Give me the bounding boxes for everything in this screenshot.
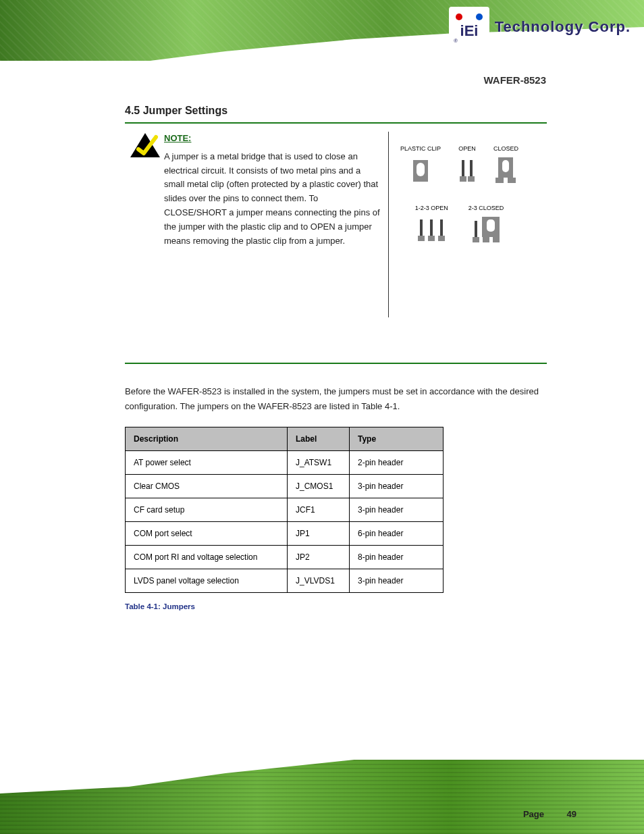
- svg-rect-10: [470, 160, 473, 176]
- brand-logo: iEi ® Technology Corp.: [449, 7, 630, 47]
- svg-rect-18: [420, 219, 423, 236]
- svg-rect-26: [487, 219, 495, 232]
- table-row: LVDS panel voltage selectionJ_VLVDS13-pi…: [126, 569, 444, 592]
- note-body: A jumper is a metal bridge that is used …: [164, 150, 380, 249]
- jumper-open: OPEN: [457, 145, 477, 184]
- table-row: COM port RI and voltage selectionJP28-pi…: [126, 545, 444, 569]
- th-label: Label: [288, 427, 350, 450]
- jumper-illustration: PLASTIC CLIP OPEN CLOSED 1-2-3 OPEN: [388, 132, 523, 317]
- header-band: iEi ® Technology Corp.: [0, 0, 644, 88]
- table-caption: Table 4-1: Jumpers: [125, 602, 547, 610]
- table-cell: JP2: [288, 545, 350, 569]
- svg-text:®: ®: [454, 38, 458, 44]
- table-cell: LVDS panel voltage selection: [126, 569, 288, 592]
- note-content: NOTE: A jumper is a metal bridge that is…: [164, 132, 380, 248]
- logo-icon: iEi ®: [449, 7, 489, 47]
- note-heading: NOTE:: [164, 132, 191, 146]
- svg-rect-6: [417, 163, 425, 176]
- table-cell: JCF1: [288, 498, 350, 521]
- product-name: WAFER-8523: [483, 74, 546, 86]
- svg-rect-8: [468, 176, 475, 182]
- jumper-23-closed: 2-3 CLOSED: [468, 205, 504, 244]
- svg-point-1: [456, 14, 462, 20]
- th-description: Description: [126, 427, 288, 450]
- brand-text: Technology Corp.: [495, 18, 630, 36]
- svg-rect-12: [508, 178, 516, 183]
- table-cell: 3-pin header: [350, 569, 444, 592]
- page-label: Page: [523, 809, 544, 819]
- jumper-label: 2-3 CLOSED: [468, 205, 504, 211]
- table-row: COM port selectJP16-pin header: [126, 521, 444, 545]
- table-row: CF card setupJCF13-pin header: [126, 498, 444, 521]
- jumper-123-open: 1-2-3 OPEN: [415, 205, 448, 244]
- table-cell: J_ATSW1: [288, 450, 350, 474]
- table-cell: Clear CMOS: [126, 474, 288, 498]
- page-number: 49: [567, 809, 576, 819]
- table-cell: J_VLVDS1: [288, 569, 350, 592]
- jumper-label: 1-2-3 OPEN: [415, 205, 448, 211]
- svg-rect-20: [440, 219, 443, 236]
- svg-rect-21: [473, 237, 479, 242]
- body-paragraph: Before the WAFER-8523 is installed in th…: [125, 384, 547, 414]
- svg-rect-19: [430, 219, 433, 236]
- svg-rect-24: [475, 221, 477, 237]
- th-type: Type: [350, 427, 444, 450]
- section-title: 4.5 Jumper Settings: [125, 105, 547, 117]
- svg-rect-11: [495, 178, 504, 183]
- table-cell: AT power select: [126, 450, 288, 474]
- svg-rect-9: [462, 160, 464, 176]
- table-cell: 3-pin header: [350, 474, 444, 498]
- note-icon: [129, 132, 161, 159]
- svg-rect-22: [483, 237, 489, 242]
- table-cell: 8-pin header: [350, 545, 444, 569]
- main-content: 4.5 Jumper Settings NOTE: A jumper is a …: [125, 105, 547, 610]
- svg-rect-17: [438, 236, 445, 241]
- table-cell: COM port select: [126, 521, 288, 545]
- svg-rect-14: [502, 160, 509, 172]
- svg-rect-23: [493, 237, 500, 242]
- table-cell: 2-pin header: [350, 450, 444, 474]
- jumper-closed: CLOSED: [493, 145, 518, 184]
- jumper-table: Description Label Type AT power selectJ_…: [125, 427, 444, 593]
- table-cell: J_CMOS1: [288, 474, 350, 498]
- section-number: 4.5: [125, 105, 140, 116]
- table-header-row: Description Label Type: [126, 427, 444, 450]
- footer-band: [0, 736, 644, 834]
- logo-letters: iEi: [460, 22, 478, 39]
- table-row: Clear CMOSJ_CMOS13-pin header: [126, 474, 444, 498]
- jumper-plastic-clip: PLASTIC CLIP: [400, 145, 441, 184]
- svg-rect-7: [460, 176, 466, 182]
- svg-rect-16: [428, 236, 435, 241]
- table-cell: 3-pin header: [350, 498, 444, 521]
- section-title-text: Jumper Settings: [143, 105, 227, 116]
- table-row: AT power selectJ_ATSW12-pin header: [126, 450, 444, 474]
- note-box: NOTE: A jumper is a metal bridge that is…: [125, 132, 547, 248]
- table-cell: CF card setup: [126, 498, 288, 521]
- jumper-label: OPEN: [458, 145, 476, 152]
- table-cell: 6-pin header: [350, 521, 444, 545]
- section-divider-top: [125, 122, 547, 124]
- table-cell: COM port RI and voltage selection: [126, 545, 288, 569]
- section-divider-bottom: [125, 363, 547, 364]
- svg-rect-15: [418, 236, 425, 241]
- table-cell: JP1: [288, 521, 350, 545]
- jumper-label: PLASTIC CLIP: [400, 145, 441, 152]
- svg-point-2: [476, 14, 483, 20]
- jumper-label: CLOSED: [493, 145, 518, 152]
